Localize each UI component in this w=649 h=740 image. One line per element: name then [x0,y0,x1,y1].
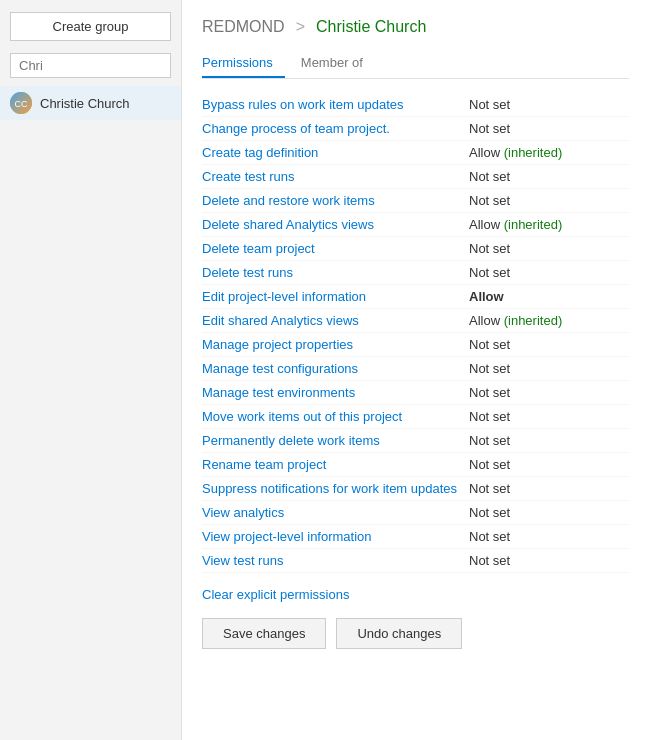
sidebar: Create group CC Christie Church [0,0,182,740]
table-row: Create tag definitionAllow (inherited) [202,141,629,165]
permission-value: Not set [469,121,629,136]
sidebar-item-label: Christie Church [40,96,130,111]
table-row: Delete and restore work itemsNot set [202,189,629,213]
table-row: Manage project propertiesNot set [202,333,629,357]
permission-value: Not set [469,337,629,352]
table-row: Delete test runsNot set [202,261,629,285]
action-buttons: Save changes Undo changes [202,618,629,649]
permission-value: Allow (inherited) [469,313,629,328]
table-row: View project-level informationNot set [202,525,629,549]
permission-name[interactable]: Manage project properties [202,337,469,352]
save-changes-button[interactable]: Save changes [202,618,326,649]
permission-value: Not set [469,97,629,112]
breadcrumb: REDMOND > Christie Church [202,16,629,37]
permission-value: Not set [469,169,629,184]
table-row: Delete shared Analytics viewsAllow (inhe… [202,213,629,237]
permission-value: Not set [469,481,629,496]
permission-name[interactable]: Permanently delete work items [202,433,469,448]
permission-name[interactable]: Delete shared Analytics views [202,217,469,232]
permission-value: Allow [469,289,629,304]
permission-name[interactable]: View project-level information [202,529,469,544]
table-row: Change process of team project.Not set [202,117,629,141]
permission-value: Not set [469,385,629,400]
permission-value: Not set [469,265,629,280]
permission-value: Not set [469,505,629,520]
permission-name[interactable]: Move work items out of this project [202,409,469,424]
table-row: Permanently delete work itemsNot set [202,429,629,453]
table-row: Manage test environmentsNot set [202,381,629,405]
permission-name[interactable]: Delete test runs [202,265,469,280]
avatar: CC [10,92,32,114]
table-row: View test runsNot set [202,549,629,573]
permission-name[interactable]: Delete and restore work items [202,193,469,208]
permission-value: Not set [469,553,629,568]
permission-name[interactable]: Suppress notifications for work item upd… [202,481,469,496]
table-row: Bypass rules on work item updatesNot set [202,93,629,117]
table-row: View analyticsNot set [202,501,629,525]
permission-value: Not set [469,193,629,208]
create-group-button[interactable]: Create group [10,12,171,41]
breadcrumb-org: REDMOND [202,18,285,35]
permission-name[interactable]: View test runs [202,553,469,568]
permission-name[interactable]: Delete team project [202,241,469,256]
permission-value: Not set [469,361,629,376]
table-row: Edit shared Analytics viewsAllow (inheri… [202,309,629,333]
permission-name[interactable]: Change process of team project. [202,121,469,136]
permission-value: Not set [469,433,629,448]
tab-permissions[interactable]: Permissions [202,49,285,78]
table-row: Move work items out of this projectNot s… [202,405,629,429]
permission-value: Not set [469,409,629,424]
permission-value: Not set [469,241,629,256]
table-row: Rename team projectNot set [202,453,629,477]
table-row: Create test runsNot set [202,165,629,189]
table-row: Manage test configurationsNot set [202,357,629,381]
permission-value: Allow (inherited) [469,145,629,160]
permission-name[interactable]: Bypass rules on work item updates [202,97,469,112]
permission-name[interactable]: Edit shared Analytics views [202,313,469,328]
permission-name[interactable]: Rename team project [202,457,469,472]
clear-explicit-permissions-link[interactable]: Clear explicit permissions [202,587,349,602]
permission-name[interactable]: Manage test configurations [202,361,469,376]
permission-value: Not set [469,529,629,544]
undo-changes-button[interactable]: Undo changes [336,618,462,649]
permission-name[interactable]: Create test runs [202,169,469,184]
permission-name[interactable]: View analytics [202,505,469,520]
permission-value: Not set [469,457,629,472]
breadcrumb-sep: > [296,18,305,35]
permissions-table: Bypass rules on work item updatesNot set… [202,93,629,573]
permission-name[interactable]: Edit project-level information [202,289,469,304]
permission-name[interactable]: Manage test environments [202,385,469,400]
search-input[interactable] [10,53,171,78]
table-row: Delete team projectNot set [202,237,629,261]
tabs: Permissions Member of [202,49,629,79]
breadcrumb-user: Christie Church [316,18,426,35]
permission-name[interactable]: Create tag definition [202,145,469,160]
tab-member-of[interactable]: Member of [301,49,375,78]
sidebar-item-christie-church[interactable]: CC Christie Church [0,86,181,120]
table-row: Suppress notifications for work item upd… [202,477,629,501]
permission-value: Allow (inherited) [469,217,629,232]
main-content: REDMOND > Christie Church Permissions Me… [182,0,649,740]
table-row: Edit project-level informationAllow [202,285,629,309]
svg-text:CC: CC [15,99,28,109]
